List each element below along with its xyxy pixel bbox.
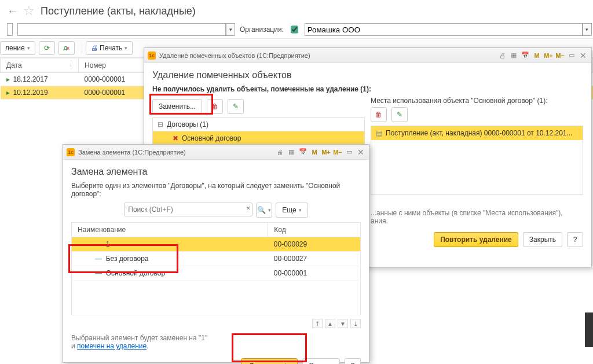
usage-delete-icon[interactable]: 🗑 <box>371 107 387 122</box>
repeat-delete-button[interactable]: Повторить удаление <box>434 232 518 247</box>
replace-note-link-suffix: . <box>147 342 148 350</box>
col-name[interactable]: Наименование <box>72 223 268 237</box>
replace-button[interactable]: Заменить... <box>152 99 202 114</box>
delete-dialog-frame-title: Удаление помеченных объектов (1С:Предпри… <box>159 52 310 59</box>
nav-last-icon[interactable]: ⤓ <box>350 319 361 328</box>
calc-titlebar-icon[interactable]: ▦ <box>509 51 518 60</box>
app-logo-icon: 1c <box>148 52 156 60</box>
search-icon-button[interactable]: 🔍▾ <box>256 203 272 218</box>
replace-note-link-prefix: и <box>71 342 77 350</box>
objects-tree[interactable]: ⊟ Договоры (1) ✖ Основной договор <box>152 117 365 146</box>
clear-search-icon[interactable]: × <box>246 204 250 212</box>
item-code: 00-000001 <box>268 266 361 281</box>
action-button[interactable]: ление▾ <box>0 41 35 55</box>
toolbar-separator <box>82 42 82 54</box>
crop-edge <box>585 312 593 347</box>
list-item[interactable]: — Основной договор 00-000001 <box>72 266 361 281</box>
row-date: 18.12.2017 <box>13 75 48 83</box>
mark-for-deletion-link[interactable]: помечен на удаление <box>77 342 147 350</box>
tree-item-label: Основной договор <box>182 134 241 142</box>
m-plus-button[interactable]: M+ <box>544 51 553 60</box>
item-name: Без договора <box>106 255 149 263</box>
row-num: 0000-000001 <box>79 73 148 86</box>
close-icon[interactable]: ✕ <box>579 51 588 60</box>
filter-1[interactable] <box>7 23 13 36</box>
usage-edit-icon[interactable]: ✎ <box>391 107 408 122</box>
favorite-star-icon[interactable]: ☆ <box>23 3 35 19</box>
marked-delete-icon: ✖ <box>173 134 178 142</box>
tree-item[interactable]: ✖ Основной договор <box>153 131 364 145</box>
m-button[interactable]: M <box>310 148 319 157</box>
close-button[interactable]: Закрыть <box>523 232 562 247</box>
app-logo-icon: 1c <box>67 148 75 156</box>
replace-dialog-title: Замена элемента <box>71 167 361 177</box>
item-icon: — <box>95 255 102 263</box>
help-button[interactable]: ? <box>345 358 361 364</box>
back-arrow-icon[interactable]: ← <box>7 5 19 18</box>
col-num[interactable]: Номер <box>79 58 148 73</box>
replace-note: Выбранный элемент будет заменен на "1" <box>71 334 207 342</box>
nav-first-icon[interactable]: ⤒ <box>312 319 323 328</box>
col-date[interactable]: Дата↓ <box>1 58 79 73</box>
replace-instruction: Выберите один из элементов "Договоры", н… <box>71 182 361 198</box>
help-button[interactable]: ? <box>567 232 583 247</box>
more-button[interactable]: Еще▾ <box>276 203 308 218</box>
search-input[interactable] <box>124 203 252 216</box>
collapse-icon[interactable]: ⊟ <box>158 120 163 128</box>
org-field[interactable] <box>305 23 583 36</box>
item-code: 00-000027 <box>268 252 361 266</box>
document-icon: ▤ <box>376 129 382 137</box>
usage-list[interactable]: ▤ Поступление (акт, накладная) 0000-0000… <box>371 126 583 195</box>
row-date: 10.12.2019 <box>13 89 48 97</box>
item-code: 00-000029 <box>268 237 361 252</box>
action-button-label: ление <box>5 44 25 52</box>
m-plus-button[interactable]: M+ <box>321 148 331 157</box>
delete-icon-button[interactable]: 🗑 <box>207 99 223 114</box>
edit-icon-button[interactable]: ✎ <box>228 99 244 114</box>
delete-dialog-titlebar[interactable]: 1c Удаление помеченных объектов (1С:Пред… <box>144 48 591 63</box>
tree-group[interactable]: ⊟ Договоры (1) <box>153 118 364 131</box>
debit-credit-icon[interactable]: Дк <box>58 41 75 55</box>
item-name: 1 <box>106 240 110 248</box>
replace-go-button[interactable]: Заменить > <box>241 358 298 364</box>
row-num: 0000-000001 <box>79 86 148 100</box>
calc-titlebar-icon[interactable]: ▦ <box>287 148 296 157</box>
item-name: Основной договор <box>106 269 165 277</box>
close-icon[interactable]: ✕ <box>356 148 365 157</box>
posted-doc-icon: ▸ <box>6 89 10 97</box>
nav-up-icon[interactable]: ▲ <box>325 319 335 328</box>
nav-down-icon[interactable]: ▼ <box>338 319 348 328</box>
posted-doc-icon: ▸ <box>6 75 10 83</box>
print-titlebar-icon[interactable]: 🖨 <box>497 51 507 60</box>
refresh-icon[interactable]: ⟳ <box>39 41 55 55</box>
usage-list-item[interactable]: ▤ Поступление (акт, накладная) 0000-0000… <box>371 126 583 140</box>
org-checkbox[interactable] <box>291 25 298 34</box>
org-label: Организация: <box>240 25 284 34</box>
filter-2[interactable] <box>17 23 226 36</box>
org-dropdown[interactable]: ▾ <box>583 23 592 36</box>
calendar-titlebar-icon[interactable]: 📅 <box>298 148 308 157</box>
m-button[interactable]: M <box>532 51 541 60</box>
minimize-icon[interactable]: ▭ <box>345 148 354 157</box>
delete-dialog-subtitle: Не получилось удалить объекты, помеченны… <box>152 85 583 93</box>
m-minus-button[interactable]: M− <box>555 51 565 60</box>
calendar-titlebar-icon[interactable]: 📅 <box>521 51 530 60</box>
filter-2-dropdown[interactable]: ▾ <box>226 23 235 36</box>
print-titlebar-icon[interactable]: 🖨 <box>275 148 284 157</box>
cancel-button[interactable]: Отмена <box>302 358 340 364</box>
list-item[interactable]: — Без договора 00-000027 <box>72 252 361 266</box>
item-icon: — <box>95 240 102 248</box>
list-item[interactable]: — 1 00-000029 <box>72 237 361 252</box>
m-minus-button[interactable]: M− <box>333 148 342 157</box>
print-button-label: Печать <box>100 44 122 52</box>
replace-dialog-titlebar[interactable]: 1c Замена элемента (1С:Предприятие) 🖨 ▦ … <box>63 145 369 160</box>
col-code[interactable]: Код <box>268 223 361 237</box>
print-button[interactable]: 🖨 Печать▾ <box>86 41 133 55</box>
replace-dialog: 1c Замена элемента (1С:Предприятие) 🖨 ▦ … <box>63 144 369 363</box>
item-icon: — <box>95 269 102 277</box>
delete-note-1: ...анные с ними объекты (в списке "Места… <box>371 209 583 217</box>
page-title: Поступление (акты, накладные) <box>41 5 196 17</box>
delete-note-2: ания. <box>371 217 583 225</box>
minimize-icon[interactable]: ▭ <box>567 51 576 60</box>
usage-places-label: Места использования объекта "Основной до… <box>371 97 583 105</box>
